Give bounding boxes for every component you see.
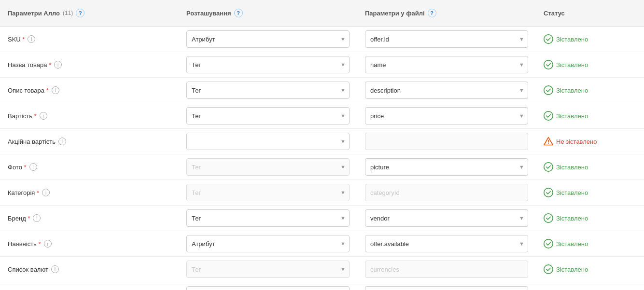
file-param-select[interactable]: picture xyxy=(365,158,528,176)
help-icon-col3[interactable]: ? xyxy=(428,9,436,17)
check-circle-icon xyxy=(544,264,553,274)
check-circle-icon xyxy=(544,111,553,121)
param-name-cell: Фото *i xyxy=(0,159,179,175)
status-indicator: Зіставлено xyxy=(544,111,588,121)
info-icon[interactable]: i xyxy=(28,35,35,43)
location-select[interactable] xyxy=(186,133,350,150)
file-param-select[interactable]: currencyId xyxy=(365,286,528,290)
location-cell: Тег▼ xyxy=(179,206,357,231)
location-cell: Тег▼ xyxy=(179,78,357,103)
file-param-select[interactable]: name xyxy=(365,56,528,73)
file-param-cell: price▼ xyxy=(357,103,536,128)
status-label: Зіставлено xyxy=(556,164,588,171)
table-row: SKU *iАтрибут▼offer.id▼Зіставлено xyxy=(0,27,644,52)
location-cell: Тег▼ xyxy=(179,282,357,290)
info-icon[interactable]: i xyxy=(52,86,59,94)
status-cell: Зіставлено xyxy=(536,261,644,278)
status-cell: Зіставлено xyxy=(536,107,644,124)
status-cell: Зіставлено xyxy=(536,184,644,201)
location-select[interactable]: Тег xyxy=(186,56,350,73)
param-name-cell: Наявність *i xyxy=(0,236,179,251)
info-icon[interactable]: i xyxy=(40,112,47,120)
location-select[interactable]: Тег xyxy=(186,107,350,124)
file-param-select[interactable]: description xyxy=(365,82,528,99)
location-select[interactable]: Тег xyxy=(186,82,350,99)
file-param-cell xyxy=(357,129,536,154)
location-select[interactable]: Тег xyxy=(186,286,350,290)
location-select: Тег xyxy=(186,261,350,278)
location-select-wrapper: Тег▼ xyxy=(186,286,350,290)
table-body: SKU *iАтрибут▼offer.id▼ЗіставленоНазва т… xyxy=(0,27,644,290)
file-param-select-wrapper: currencyId▼ xyxy=(365,286,528,290)
svg-point-2 xyxy=(544,86,553,95)
info-icon[interactable]: i xyxy=(42,189,50,196)
mapping-table: Параметри Алло (11) ? Розташування ? Пар… xyxy=(0,0,644,290)
param-label: Назва товара * xyxy=(8,61,51,69)
status-label: Зіставлено xyxy=(556,240,588,248)
param-name-cell: Назва товара *i xyxy=(0,57,179,72)
file-param-select-wrapper: name▼ xyxy=(365,56,528,73)
location-select[interactable]: Тег xyxy=(186,209,350,227)
required-marker: * xyxy=(26,215,30,222)
status-cell: Зіставлено xyxy=(536,56,644,73)
location-select-wrapper: Тег▼ xyxy=(186,56,350,73)
file-param-select: categoryId xyxy=(365,184,528,201)
param-name-cell: SKU *i xyxy=(0,31,179,47)
required-marker: * xyxy=(22,164,27,171)
info-icon[interactable]: i xyxy=(58,138,66,145)
location-cell: Тег▼ xyxy=(179,103,357,128)
file-param-select[interactable]: vendor xyxy=(365,209,528,227)
header-col3-label: Параметри у файлі xyxy=(365,10,425,17)
location-select-wrapper: Тег▼ xyxy=(186,184,350,201)
info-icon[interactable]: i xyxy=(51,265,59,273)
help-icon-col2[interactable]: ? xyxy=(234,9,243,17)
file-param-select-wrapper: description▼ xyxy=(365,82,528,99)
info-icon[interactable]: i xyxy=(44,240,52,248)
table-row: Категорія *iТег▼categoryIdЗіставлено xyxy=(0,180,644,206)
info-icon[interactable]: i xyxy=(54,61,62,69)
file-param-cell: description▼ xyxy=(357,78,536,103)
check-circle-icon xyxy=(544,239,553,249)
file-param-select-wrapper: categoryId xyxy=(365,184,528,201)
help-icon-col1[interactable]: ? xyxy=(76,9,84,17)
location-select: Тег xyxy=(186,184,350,201)
status-cell: Зіставлено xyxy=(536,158,644,176)
status-indicator: Зіставлено xyxy=(544,85,588,95)
location-cell: Тег▼ xyxy=(179,154,357,180)
status-indicator: Зіставлено xyxy=(544,264,588,274)
file-param-cell: currencyId▼ xyxy=(357,282,536,290)
svg-point-1 xyxy=(544,60,553,69)
table-row: Акційна вартістьi▼Не зіставлено xyxy=(0,129,644,154)
svg-point-7 xyxy=(544,188,553,197)
status-indicator: Не зіставлено xyxy=(544,137,597,146)
param-name-cell: Категорія *i xyxy=(0,185,179,200)
file-param-cell: categoryId xyxy=(357,180,536,205)
table-row: Назва товара *iТег▼name▼Зіставлено xyxy=(0,52,644,78)
status-label: Зіставлено xyxy=(556,266,588,273)
file-param-select-wrapper xyxy=(365,133,528,150)
header-col2-label: Розташування xyxy=(186,10,231,17)
table-row: Вартість *iТег▼price▼Зіставлено xyxy=(0,103,644,129)
status-cell: Зіставлено xyxy=(536,235,644,252)
file-param-select[interactable]: offer.id xyxy=(365,30,528,48)
file-param-select[interactable]: price xyxy=(365,107,528,124)
check-circle-icon xyxy=(544,188,553,197)
file-param-select[interactable]: offer.available xyxy=(365,235,528,252)
param-name-cell: Бренд *i xyxy=(0,210,179,226)
info-icon[interactable]: i xyxy=(29,163,37,171)
header-status: Статус xyxy=(536,5,644,21)
check-circle-icon xyxy=(544,85,553,95)
check-circle-icon xyxy=(544,162,553,172)
location-select-wrapper: Тег▼ xyxy=(186,209,350,227)
file-param-cell: currencies xyxy=(357,257,536,282)
location-select[interactable]: Атрибут xyxy=(186,30,350,48)
param-label: Опис товара * xyxy=(8,87,49,94)
svg-point-0 xyxy=(544,35,553,43)
info-icon[interactable]: i xyxy=(33,214,41,222)
location-cell: ▼ xyxy=(179,129,357,154)
svg-point-3 xyxy=(544,111,553,120)
file-param-select: currencies xyxy=(365,261,528,278)
param-label: Категорія * xyxy=(8,189,39,196)
location-select[interactable]: Атрибут xyxy=(186,235,350,252)
status-indicator: Зіставлено xyxy=(544,188,588,197)
